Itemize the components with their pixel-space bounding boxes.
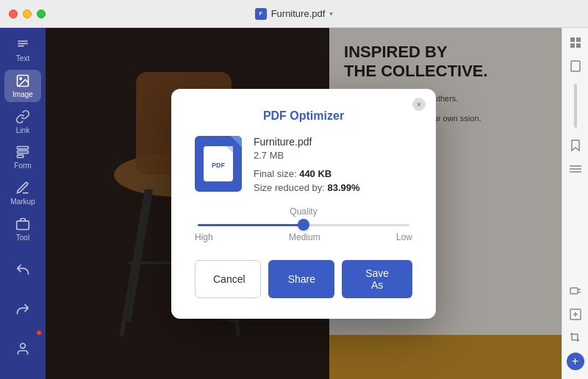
pdf-optimizer-modal: × PDF Optimizer PDF Furniture.pdf 2.7 MB (171, 89, 436, 319)
scroll-indicator (574, 84, 577, 128)
pdf-inner-icon: PDF (204, 146, 233, 181)
sidebar-image-label: Image (12, 90, 33, 98)
file-details: Furniture.pdf 2.7 MB Final size: 440 KB … (254, 136, 360, 193)
modal-overlay: × PDF Optimizer PDF Furniture.pdf 2.7 MB (46, 28, 562, 379)
add-page-button[interactable]: + (567, 353, 584, 370)
grid-icon[interactable] (567, 34, 584, 51)
sidebar-markup-label: Markup (10, 198, 35, 206)
right-panel: + (562, 28, 588, 379)
page-icon[interactable] (567, 57, 584, 75)
svg-rect-2 (18, 147, 29, 149)
svg-rect-4 (18, 156, 24, 158)
quality-section: Quality High Medium Low (195, 206, 412, 242)
quality-low-label: Low (396, 232, 412, 242)
left-sidebar: Text Image Link Form (0, 28, 46, 379)
file-info-section: PDF Furniture.pdf 2.7 MB Final size: 440… (195, 136, 412, 193)
quality-high-label: High (195, 232, 213, 242)
slider-labels: High Medium Low (195, 232, 412, 242)
sidebar-user-button[interactable] (4, 331, 41, 367)
slider-fill (198, 224, 304, 226)
cancel-button[interactable]: Cancel (195, 260, 261, 298)
sidebar-bottom (4, 251, 41, 373)
slider-thumb[interactable] (298, 219, 309, 231)
svg-rect-15 (570, 37, 575, 42)
sidebar-text-label: Text (16, 54, 29, 62)
crop-icon[interactable] (567, 329, 584, 347)
close-icon: × (417, 100, 421, 109)
sidebar-tool-label: Tool (16, 234, 29, 242)
pdf-title-icon: F (255, 8, 267, 20)
sidebar-form-label: Form (14, 162, 31, 170)
sidebar-undo-button[interactable] (4, 251, 41, 288)
main-layout: Text Image Link Form (0, 28, 588, 379)
resize-icon[interactable] (567, 282, 584, 300)
modal-close-button[interactable]: × (412, 98, 426, 111)
svg-point-1 (20, 78, 21, 80)
sidebar-item-image[interactable]: Image (4, 70, 41, 103)
bookmark-icon[interactable] (567, 137, 584, 154)
svg-rect-18 (576, 43, 581, 48)
quality-medium-label: Medium (289, 232, 320, 242)
svg-rect-3 (18, 151, 29, 154)
content-area: INSPIRED BYTHE COLLECTIVE. meet local cr… (46, 28, 562, 379)
slider-track (198, 224, 409, 226)
sidebar-item-form[interactable]: Form (4, 141, 41, 174)
svg-rect-23 (570, 288, 578, 294)
quality-section-label: Quality (195, 206, 412, 217)
svg-rect-17 (570, 43, 575, 48)
reduced-by-label: Size reduced by: (254, 182, 325, 193)
modal-buttons: Cancel Share Save As (195, 260, 412, 298)
window-title: F Furniture.pdf ▾ (255, 8, 334, 20)
export-icon[interactable] (567, 306, 584, 323)
final-size-label: Final size: (254, 168, 297, 179)
reduced-by-row: Size reduced by: 83.99% (254, 182, 360, 193)
svg-point-6 (21, 344, 26, 349)
svg-rect-16 (576, 37, 581, 42)
window-title-text: Furniture.pdf (271, 8, 326, 19)
svg-rect-19 (571, 61, 580, 71)
quality-slider-container[interactable] (195, 224, 412, 226)
sidebar-item-tool[interactable]: Tool (4, 212, 41, 245)
pdf-label: PDF (212, 162, 225, 169)
pdf-file-icon: PDF (195, 136, 242, 192)
minimize-button[interactable] (23, 10, 32, 18)
file-original-size: 2.7 MB (254, 150, 360, 161)
menu-icon[interactable] (567, 160, 584, 178)
final-size-value: 440 KB (299, 168, 331, 179)
sidebar-item-markup[interactable]: Markup (4, 177, 41, 210)
title-bar: F Furniture.pdf ▾ (0, 0, 588, 28)
sidebar-item-link[interactable]: Link (4, 105, 41, 138)
save-as-button[interactable]: Save As (342, 260, 412, 298)
sidebar-redo-button[interactable] (4, 291, 41, 328)
file-name: Furniture.pdf (254, 136, 360, 148)
sidebar-item-text[interactable]: Text (4, 34, 41, 67)
share-button[interactable]: Share (268, 260, 334, 298)
window-controls (9, 10, 46, 18)
maximize-button[interactable] (37, 10, 46, 18)
reduced-by-value: 83.99% (327, 182, 359, 193)
modal-title: PDF Optimizer (195, 109, 412, 123)
sidebar-link-label: Link (16, 126, 29, 134)
close-button[interactable] (9, 10, 18, 18)
final-size-row: Final size: 440 KB (254, 168, 360, 179)
svg-rect-5 (17, 221, 29, 230)
notification-dot (36, 330, 42, 336)
title-chevron-icon[interactable]: ▾ (329, 10, 333, 18)
